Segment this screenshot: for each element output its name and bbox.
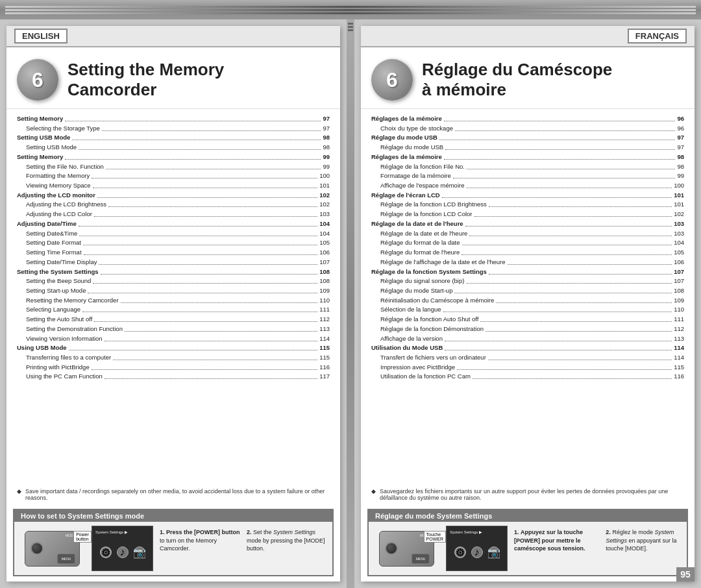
right-chapter-title: Réglage du Caméscope à mémoire (422, 60, 612, 100)
page-number-badge: 95 (676, 567, 695, 582)
toc-page-num: 97 (677, 143, 684, 153)
toc-page-num: 117 (319, 372, 330, 382)
toc-label: Réglage du format de la date (380, 238, 460, 248)
toc-item: Réglage de l'affichage de la date et de … (371, 258, 684, 267)
right-title-line2: à mémoire (422, 80, 612, 100)
right-chapter-circle: 6 (371, 59, 413, 101)
toc-label: Adjusting the LCD Brightness (26, 200, 106, 210)
toc-dots (94, 210, 317, 217)
toc-dots (79, 143, 321, 150)
toc-label: Setting USB Mode (17, 133, 70, 143)
toc-dots (473, 372, 672, 379)
toc-label: Réglage de la fonction LCD Color (380, 210, 473, 219)
right-ss-camera-icon: 📷 (488, 546, 500, 558)
left-note-bullet: ◆ (17, 488, 21, 501)
toc-dots (469, 229, 672, 236)
toc-item: Viewing Version Information114 (17, 334, 330, 344)
toc-item: Utilisation de la fonction PC Cam116 (371, 372, 684, 382)
toc-item: Réglage du format de l'heure105 (371, 248, 684, 258)
left-chapter-title: Setting the Memory Camcorder (68, 60, 224, 100)
toc-label: Viewing Memory Space (26, 181, 91, 191)
toc-page-num: 108 (319, 267, 330, 277)
toc-item: Réglage de la fonction System Settings10… (371, 267, 684, 277)
toc-item: Setting the File No. Function99 (17, 162, 330, 172)
toc-page-num: 98 (323, 143, 330, 153)
toc-label: Utilisation de la fonction PC Cam (380, 372, 471, 382)
toc-item: Setting Date&Time104 (17, 229, 330, 239)
toc-label: Adjusting Date/Time (17, 219, 77, 229)
toc-item: Resetting the Memory Camcorder110 (17, 296, 330, 306)
toc-item: Utilisation du Mode USB114 (371, 343, 684, 353)
toc-page-num: 97 (323, 114, 330, 124)
toc-dots (442, 191, 672, 198)
left-ss-title: System Settings ▶ (95, 530, 128, 534)
toc-page-num: 115 (319, 353, 330, 363)
toc-item: Setting the System Settings108 (17, 267, 330, 277)
toc-page-num: 107 (319, 258, 330, 267)
left-step2-caption: 2. Set the System Settings mode by press… (247, 528, 328, 553)
toc-page-num: 107 (674, 276, 684, 286)
toc-dots (82, 305, 317, 312)
right-page: FRANÇAIS 6 Réglage du Caméscope à mémoir… (361, 26, 695, 582)
toc-label: Réglage de la fonction Auto Shut off (380, 315, 478, 325)
left-page: ENGLISH 6 Setting the Memory Camcorder S… (6, 26, 340, 582)
toc-item: Réglage du mode USB97 (371, 133, 684, 143)
toc-page-num: 110 (319, 296, 330, 306)
toc-page-num: 104 (319, 219, 330, 229)
toc-dots (92, 363, 317, 370)
toc-page-num: 115 (319, 343, 330, 353)
toc-page-num: 116 (319, 363, 330, 373)
toc-page-num: 102 (319, 191, 330, 201)
toc-page-num: 103 (319, 210, 330, 219)
right-system-settings-screen: System Settings ▶ ⚙ ♪ 📷 (446, 526, 508, 571)
toc-item: Réglage du format de la date104 (371, 238, 684, 248)
toc-item: Transfert de fichiers vers un ordinateur… (371, 353, 684, 363)
ss-music-icon: ♪ (117, 546, 129, 558)
toc-label: Impression avec PictBridge (380, 363, 455, 373)
toc-dots (443, 305, 672, 312)
toc-label: Setting the Demonstration Function (26, 325, 123, 334)
toc-page-num: 106 (674, 258, 684, 267)
toc-page-num: 112 (674, 325, 684, 334)
toc-label: Transfert de fichiers vers un ordinateur (380, 353, 486, 363)
toc-label: Réglage de l'écran LCD (371, 191, 440, 201)
toc-label: Réinitialisation du Caméscope à mémoire (380, 296, 494, 306)
toc-dots (65, 153, 321, 160)
toc-item: Printing with PictBridge116 (17, 363, 330, 373)
left-title-line2: Camcorder (68, 80, 224, 100)
left-toc: Setting Memory97Selecting the Storage Ty… (6, 109, 340, 484)
toc-label: Réglage de la fonction File No. (380, 162, 465, 172)
toc-dots (453, 171, 676, 178)
toc-label: Setting the File No. Function (26, 162, 104, 172)
right-ss-music-icon: ♪ (471, 546, 483, 558)
toc-page-num: 116 (674, 372, 684, 382)
toc-page-num: 112 (319, 315, 330, 325)
toc-label: Setting Start-up Mode (26, 286, 86, 296)
ss-gear-icon: ⚙ (100, 546, 112, 558)
toc-label: Setting the System Settings (17, 267, 99, 277)
left-steps-text: 1. Press the [POWER] button to turn on t… (160, 528, 328, 553)
toc-dots (467, 162, 676, 169)
toc-label: Using the PC Cam Function (26, 372, 103, 382)
toc-dots (444, 114, 676, 121)
toc-item: Formatting the Memory100 (17, 171, 330, 181)
toc-dots (466, 276, 672, 284)
right-toc: Réglages de la mémoire96Choix du type de… (361, 109, 695, 484)
toc-dots (445, 343, 672, 350)
toc-page-num: 101 (319, 181, 330, 191)
toc-item: Réglage de la fonction LCD Color102 (371, 210, 684, 219)
toc-page-num: 108 (674, 286, 684, 296)
toc-page-num: 104 (319, 229, 330, 239)
toc-item: Adjusting Date/Time104 (17, 219, 330, 229)
toc-label: Réglage de la fonction Démonstration (380, 325, 484, 334)
right-how-to-content: MENU MODE TouchePOWER System Settings ▶ … (369, 522, 687, 575)
left-title-line1: Setting the Memory (68, 60, 224, 80)
toc-item: Setting Time Format106 (17, 248, 330, 258)
toc-dots (461, 248, 672, 255)
toc-label: Réglage du mode USB (371, 133, 437, 143)
toc-page-num: 99 (323, 162, 330, 172)
toc-item: Adjusting the LCD monitor102 (17, 191, 330, 201)
left-note: ◆ Save important data / recordings separ… (6, 484, 340, 506)
toc-label: Réglage du mode USB (380, 143, 443, 153)
toc-item: Réinitialisation du Caméscope à mémoire1… (371, 296, 684, 306)
